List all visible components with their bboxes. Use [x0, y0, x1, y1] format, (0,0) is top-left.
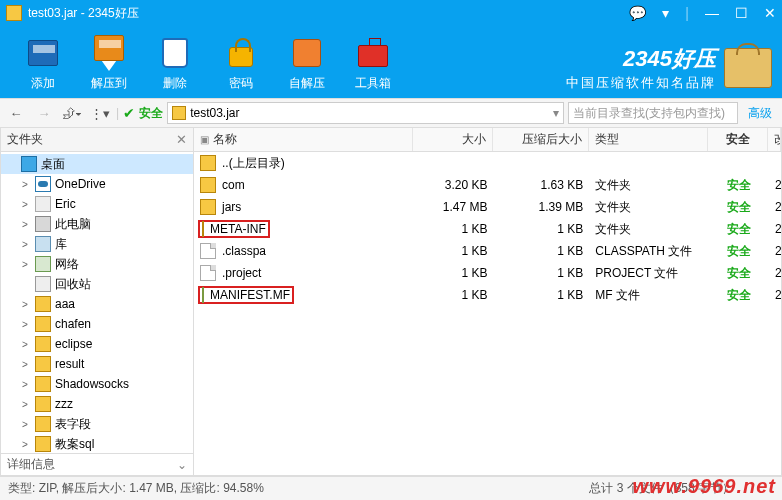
col-safe[interactable]: 安全	[708, 128, 768, 151]
folder-icon	[200, 155, 216, 171]
tree-item[interactable]: >教案sql	[1, 434, 193, 453]
col-name[interactable]: ▣名称	[194, 128, 413, 151]
tree-item[interactable]: >库	[1, 234, 193, 254]
extract-button[interactable]: 解压到	[76, 35, 142, 92]
tree-item[interactable]: >此电脑	[1, 214, 193, 234]
user-icon	[35, 196, 51, 212]
toolbox-button[interactable]: 工具箱	[340, 35, 406, 92]
self-extract-button[interactable]: 自解压	[274, 35, 340, 92]
mf-icon	[202, 287, 204, 303]
tree-item[interactable]: >zzz	[1, 394, 193, 414]
body: 文件夹 ✕ 桌面>OneDrive>Eric>此电脑>库>网络回收站>aaa>c…	[0, 128, 782, 476]
add-button[interactable]: 添加	[10, 35, 76, 92]
search-input[interactable]: 当前目录查找(支持包内查找)	[568, 102, 738, 124]
maximize-button[interactable]: ☐	[735, 6, 748, 20]
file-size: 3.20 KB	[414, 178, 494, 192]
side-header: 文件夹 ✕	[1, 128, 193, 152]
status-bar: 类型: ZIP, 解压后大小: 1.47 MB, 压缩比: 94.58% 总计 …	[0, 476, 782, 500]
twisty-icon[interactable]: >	[19, 179, 31, 190]
twisty-icon[interactable]: >	[19, 359, 31, 370]
toolbox-icon	[358, 45, 388, 67]
file-row[interactable]: .project1 KB1 KBPROJECT 文件安全2018-	[194, 262, 781, 284]
status-left: 类型: ZIP, 解压后大小: 1.47 MB, 压缩比: 94.58%	[8, 480, 569, 497]
twisty-icon[interactable]: >	[19, 199, 31, 210]
file-name: com	[222, 178, 245, 192]
file-list[interactable]: ..(上层目录)com3.20 KB1.63 KB文件夹安全2018-jars1…	[194, 152, 781, 475]
nav-history-button[interactable]: ⋮▾	[88, 102, 112, 124]
file-safe: 安全	[709, 265, 769, 282]
twisty-icon[interactable]: >	[19, 419, 31, 430]
twisty-icon[interactable]: >	[19, 259, 31, 270]
folder-icon	[35, 316, 51, 332]
close-button[interactable]: ✕	[764, 6, 776, 20]
delete-button[interactable]: 删除	[142, 35, 208, 92]
twisty-icon[interactable]: >	[19, 299, 31, 310]
ribbon-toolbar: 添加 解压到 删除 密码 自解压 工具箱 2345好压 中国压缩软件知名品牌	[0, 26, 782, 98]
tree-item[interactable]: 桌面	[1, 154, 193, 174]
twisty-icon[interactable]: >	[19, 319, 31, 330]
tree-item[interactable]: >aaa	[1, 294, 193, 314]
file-row[interactable]: META-INF1 KB1 KB文件夹安全2018-	[194, 218, 781, 240]
titlebar: test03.jar - 2345好压 💬 ▾ | — ☐ ✕	[0, 0, 782, 26]
twisty-icon[interactable]: >	[19, 239, 31, 250]
nav-forward-button[interactable]: →	[32, 102, 56, 124]
tree-label: 此电脑	[55, 216, 91, 233]
folder-icon	[35, 396, 51, 412]
details-toggle[interactable]: 详细信息 ⌄	[1, 453, 193, 475]
file-mod: 2018-	[769, 222, 781, 236]
twisty-icon[interactable]: >	[19, 379, 31, 390]
tree-item[interactable]: >OneDrive	[1, 174, 193, 194]
folder-tree[interactable]: 桌面>OneDrive>Eric>此电脑>库>网络回收站>aaa>chafen>…	[1, 152, 193, 453]
bin-icon	[35, 276, 51, 292]
col-compressed-size[interactable]: 压缩后大小	[493, 128, 589, 151]
tree-item[interactable]: >表字段	[1, 414, 193, 434]
twisty-icon[interactable]: >	[19, 219, 31, 230]
advanced-link[interactable]: 高级	[742, 105, 778, 122]
navbar: ← → ⮵▾ ⋮▾ | ✔ 安全 test03.jar ▾ 当前目录查找(支持包…	[0, 98, 782, 128]
brand: 2345好压 中国压缩软件知名品牌	[566, 44, 772, 92]
tree-label: eclipse	[55, 337, 92, 351]
twisty-icon[interactable]: >	[19, 439, 31, 450]
brand-archive-icon	[724, 48, 772, 88]
minimize-button[interactable]: —	[705, 6, 719, 20]
twisty-icon[interactable]: >	[19, 339, 31, 350]
tree-item[interactable]: 回收站	[1, 274, 193, 294]
file-row[interactable]: jars1.47 MB1.39 MB文件夹安全2018-	[194, 196, 781, 218]
file-type: CLASSPATH 文件	[589, 243, 709, 260]
dropdown-icon[interactable]: ▾	[662, 6, 669, 20]
tree-item[interactable]: >chafen	[1, 314, 193, 334]
password-button[interactable]: 密码	[208, 35, 274, 92]
file-size: 1 KB	[414, 266, 494, 280]
address-bar[interactable]: test03.jar ▾	[167, 102, 564, 124]
tree-item[interactable]: >result	[1, 354, 193, 374]
chevron-down-icon[interactable]: ▾	[553, 106, 559, 120]
col-modified[interactable]: 修改时	[768, 128, 781, 151]
col-type[interactable]: 类型	[589, 128, 709, 151]
file-row[interactable]: ..(上层目录)	[194, 152, 781, 174]
file-row[interactable]: com3.20 KB1.63 KB文件夹安全2018-	[194, 174, 781, 196]
tree-item[interactable]: >Shadowsocks	[1, 374, 193, 394]
tree-label: Eric	[55, 197, 76, 211]
tree-item[interactable]: >网络	[1, 254, 193, 274]
chevron-down-icon: ⌄	[177, 458, 187, 472]
twisty-icon[interactable]: >	[19, 399, 31, 410]
nav-back-button[interactable]: ←	[4, 102, 28, 124]
side-close-button[interactable]: ✕	[176, 132, 187, 147]
shield-icon: ✔	[123, 105, 135, 121]
file-name: ..(上层目录)	[222, 155, 285, 172]
tree-item[interactable]: >eclipse	[1, 334, 193, 354]
archive-icon	[28, 40, 58, 66]
nav-up-button[interactable]: ⮵▾	[60, 102, 84, 124]
file-type: 文件夹	[589, 177, 709, 194]
file-name: .project	[222, 266, 261, 280]
file-row[interactable]: .classpa1 KB1 KBCLASSPATH 文件安全2018-	[194, 240, 781, 262]
file-type: 文件夹	[589, 221, 709, 238]
file-safe: 安全	[709, 199, 769, 216]
tree-label: 回收站	[55, 276, 91, 293]
file-row[interactable]: MANIFEST.MF1 KB1 KBMF 文件安全2018-	[194, 284, 781, 306]
col-size[interactable]: 大小	[413, 128, 493, 151]
tree-item[interactable]: >Eric	[1, 194, 193, 214]
chat-icon[interactable]: 💬	[629, 6, 646, 20]
file-mod: 2018-	[769, 200, 781, 214]
onedrive-icon	[35, 176, 51, 192]
